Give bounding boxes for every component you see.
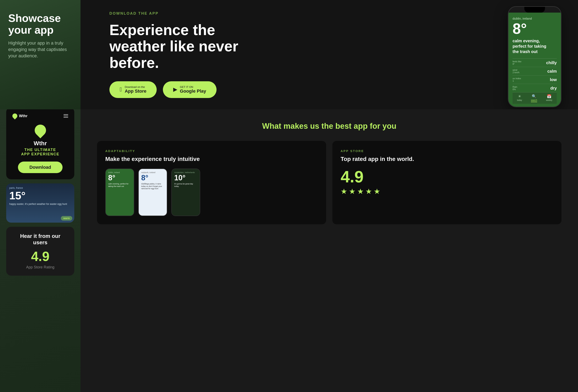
hero-section: DOWNLOAD THE APP Experience the weather … xyxy=(81,0,578,109)
store-buttons:  Download on the App Store ▶ GET IT ON … xyxy=(109,81,557,98)
apple-icon:  xyxy=(120,86,122,93)
sidebar-bottom: Wthr Wthr THE ULTIMATE APP EXPERIENCE Do… xyxy=(0,109,81,392)
hero-content: DOWNLOAD THE APP Experience the weather … xyxy=(109,11,557,98)
leaf-icon xyxy=(11,112,18,120)
app-card-logo-area xyxy=(12,125,68,136)
mini-phone-dark: Amsterdam, Netherlands 10° It's gonna be… xyxy=(171,169,200,216)
mini-desc-1: Gleðilega páska, it rains today so don't… xyxy=(141,183,164,190)
hero-title: Experience the weather like never before… xyxy=(109,22,254,71)
star-5: ★ xyxy=(374,187,380,196)
mini-phone-green: dublin, ireland 8° calm evening, perfect… xyxy=(105,169,134,216)
ss-city: paris, france xyxy=(9,186,71,189)
star-2: ★ xyxy=(349,187,355,196)
users-card-title: Hear it from our users xyxy=(12,233,68,246)
mini-city-2: Amsterdam, Netherlands xyxy=(174,172,197,174)
star-4: ★ xyxy=(365,187,372,196)
users-card: Hear it from our users 4.9 App Store Rat… xyxy=(6,227,74,276)
app-store-sub: Download on the xyxy=(125,86,146,88)
star-1: ★ xyxy=(341,187,347,196)
app-store-main: App Store xyxy=(125,88,146,94)
menu-icon[interactable] xyxy=(64,114,68,118)
app-store-rating: 4.9 xyxy=(341,169,553,185)
rating-label: App Store Rating xyxy=(12,265,68,269)
mini-city-1: reykjavik, iceland xyxy=(141,172,164,174)
mini-temp-1: 8° xyxy=(141,174,164,181)
mini-phone-light: reykjavik, iceland 8° Gleðilega páska, i… xyxy=(138,169,167,216)
app-store-button[interactable]:  Download on the App Store xyxy=(109,81,157,98)
showcase-subtitle: Highlight your app in a truly engaging w… xyxy=(8,40,72,59)
phone-ss-screen: paris, france 15° happy easter, it's per… xyxy=(6,183,74,223)
mini-temp-0: 8° xyxy=(108,174,131,181)
main-bottom: What makes us the best app for you ADAPT… xyxy=(81,109,578,392)
features-grid: ADAPTABILITY Make the experience truly i… xyxy=(97,141,562,224)
app-card: Wthr Wthr THE ULTIMATE APP EXPERIENCE Do… xyxy=(6,109,74,179)
mini-desc-2: It's gonna be great day today. xyxy=(174,183,197,187)
phone-notch xyxy=(524,7,545,13)
play-store-main: Google Play xyxy=(180,88,206,94)
feature-title-appstore: Top rated app in the world. xyxy=(341,156,553,162)
users-rating: 4.9 xyxy=(12,250,68,263)
mini-city-0: dublin, ireland xyxy=(108,172,131,174)
section-title: What makes us the best app for you xyxy=(97,122,562,131)
leaf-logo-icon xyxy=(32,122,48,138)
app-store-card: APP STORE Top rated app in the world. 4.… xyxy=(332,141,562,224)
nav-today-label: today xyxy=(517,99,522,101)
mini-temp-2: 10° xyxy=(174,174,197,181)
nav-weekly-label: weekly xyxy=(546,99,552,101)
phone-screenshot-card: paris, france 15° happy easter, it's per… xyxy=(6,183,74,223)
play-store-button[interactable]: ▶ GET IT ON Google Play xyxy=(163,81,216,98)
app-logo: Wthr xyxy=(12,113,27,118)
play-icon: ▶ xyxy=(173,87,177,92)
app-name-top: Wthr xyxy=(19,114,27,118)
nav-search-label: search xyxy=(531,99,537,101)
showcase-title: Showcase your app xyxy=(8,12,72,36)
feature-tag-adaptability: ADAPTABILITY xyxy=(105,149,318,153)
mini-desc-0: calm evening, perfect for taking the tra… xyxy=(108,183,131,187)
star-3: ★ xyxy=(357,187,364,196)
stars-row: ★ ★ ★ ★ ★ xyxy=(341,187,553,196)
ss-desc: happy easter, it's perfect weather for e… xyxy=(9,203,71,206)
sidebar-top: Showcase your app Highlight your app in … xyxy=(0,0,81,109)
adaptability-card: ADAPTABILITY Make the experience truly i… xyxy=(97,141,326,224)
feature-title-adaptability: Make the experience truly intuitive xyxy=(105,156,318,162)
play-store-sub: GET IT ON xyxy=(180,86,206,88)
app-download-button[interactable]: Download xyxy=(18,162,62,173)
ss-temp: 15° xyxy=(9,190,71,201)
app-card-headline: THE ULTIMATE APP EXPERIENCE xyxy=(12,148,68,156)
hero-tag: DOWNLOAD THE APP xyxy=(109,11,557,16)
feature-tag-appstore: APP STORE xyxy=(341,149,553,153)
app-card-title: Wthr xyxy=(12,140,68,147)
phones-row: dublin, ireland 8° calm evening, perfect… xyxy=(105,169,318,216)
app-logo-row: Wthr xyxy=(12,113,68,118)
ss-badge: warm xyxy=(61,216,72,220)
